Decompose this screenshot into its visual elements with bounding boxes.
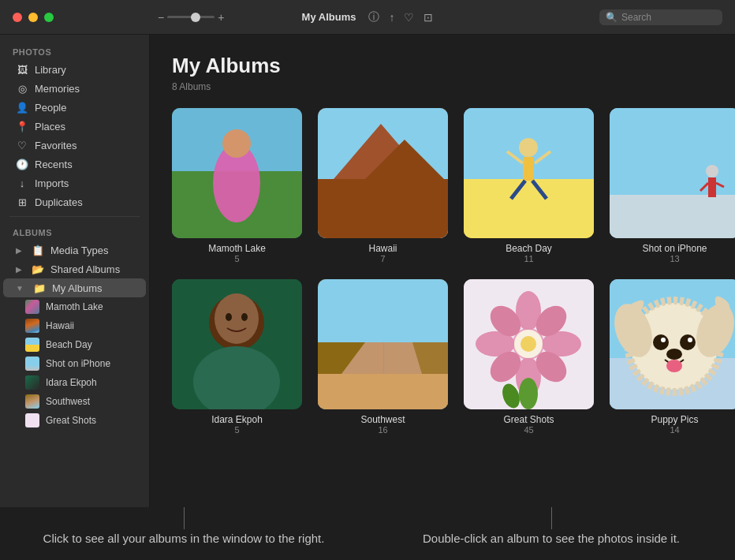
- annotation-line-left: [184, 507, 185, 529]
- search-icon: 🔍: [606, 12, 617, 23]
- share-icon[interactable]: ↑: [389, 11, 394, 24]
- sidebar-item-favorites[interactable]: ♡ Favorites: [3, 136, 146, 155]
- svg-rect-18: [610, 195, 735, 238]
- sidebar-item-duplicates[interactable]: ⊞ Duplicates: [3, 192, 146, 211]
- great-shots-sub-thumb: [25, 413, 39, 427]
- album-southwest[interactable]: Southwest 16: [318, 279, 448, 435]
- tooltip-indicator-southwest: [383, 342, 384, 374]
- svg-point-59: [666, 360, 682, 372]
- library-icon: 🖼: [16, 63, 28, 76]
- sidebar-item-label-recents: Recents: [35, 159, 73, 170]
- sidebar-item-library[interactable]: 🖼 Library: [3, 60, 146, 79]
- album-mamoth-lake[interactable]: Mamoth Lake 5: [172, 108, 302, 263]
- beach-day-thumb: [25, 338, 39, 352]
- album-thumb-hawaii: [318, 108, 448, 238]
- svg-point-28: [241, 313, 248, 321]
- album-name-puppy: Puppy Pics: [651, 414, 698, 425]
- album-name-hawaii: Hawaii: [368, 243, 397, 254]
- sidebar-item-recents[interactable]: 🕐 Recents: [3, 155, 146, 174]
- sidebar-sub-label-hawaii: Hawaii: [46, 320, 74, 331]
- traffic-lights: [13, 13, 54, 22]
- people-icon: 👤: [16, 101, 28, 114]
- photos-section-label: Photos: [0, 41, 149, 60]
- zoom-thumb[interactable]: [191, 13, 200, 22]
- svg-point-11: [519, 138, 538, 157]
- sidebar-sub-mamoth-lake[interactable]: Mamoth Lake: [3, 297, 146, 316]
- album-hawaii[interactable]: Hawaii 7: [318, 108, 448, 263]
- sidebar-sub-great-shots[interactable]: Great Shots: [3, 411, 146, 430]
- sidebar-item-imports[interactable]: ↓ Imports: [3, 174, 146, 192]
- sidebar-item-label-imports: Imports: [35, 177, 69, 189]
- imports-icon: ↓: [16, 177, 28, 189]
- maximize-button[interactable]: [44, 13, 54, 22]
- albums-grid: Mamoth Lake 5 Hawaii 7: [172, 108, 713, 435]
- sidebar-group-media-types[interactable]: ▶ 📋 Media Types: [3, 241, 146, 259]
- sidebar-sub-hawaii[interactable]: Hawaii: [3, 316, 146, 335]
- zoom-minus-button[interactable]: −: [158, 11, 164, 24]
- sidebar-item-places[interactable]: 📍 Places: [3, 117, 146, 136]
- sidebar-sub-label-shot: Shot on iPhone: [46, 358, 110, 369]
- album-name-great: Great Shots: [503, 414, 554, 425]
- svg-point-27: [226, 313, 232, 321]
- svg-rect-33: [318, 374, 448, 409]
- album-shot-on-iphone[interactable]: Shot on iPhone 13: [610, 108, 735, 263]
- close-button[interactable]: [13, 13, 22, 22]
- southwest-sub-thumb: [25, 394, 39, 409]
- sidebar: Photos 🖼 Library ◎ Memories 👤 People 📍 P…: [0, 35, 150, 507]
- album-count-beach: 11: [524, 254, 533, 263]
- idara-ekpoh-sub-thumb: [25, 375, 39, 390]
- sidebar-item-label-memories: Memories: [35, 83, 80, 95]
- albums-count: 8 Albums: [172, 81, 713, 92]
- minimize-button[interactable]: [28, 13, 38, 22]
- album-beach-day[interactable]: Beach Day 11: [464, 108, 594, 263]
- sidebar-sub-label-southwest: Southwest: [46, 396, 90, 407]
- window-title: My Albums: [302, 11, 356, 23]
- album-idara-ekpoh[interactable]: Idara Ekpoh 5: [172, 279, 302, 435]
- svg-point-55: [680, 334, 696, 350]
- svg-rect-20: [708, 177, 716, 197]
- album-count-southwest: 16: [378, 425, 387, 435]
- hawaii-thumb: [25, 319, 39, 333]
- zoom-slider[interactable]: [167, 16, 215, 18]
- album-thumb-great-shots: [464, 279, 594, 409]
- album-count-idara: 5: [234, 425, 239, 435]
- sidebar-sub-label-beach: Beach Day: [46, 339, 92, 350]
- sidebar-sub-idara-ekpoh[interactable]: Idara Ekpoh: [3, 373, 146, 392]
- album-name-idara: Idara Ekpoh: [211, 414, 263, 425]
- svg-rect-6: [318, 179, 448, 238]
- annotation-text-left: Click to see all your albums in the wind…: [43, 529, 325, 547]
- album-puppy-pics[interactable]: Puppy Pics 14: [610, 279, 735, 435]
- info-icon[interactable]: ⓘ: [368, 10, 379, 24]
- sidebar-item-memories[interactable]: ◎ Memories: [3, 79, 146, 98]
- svg-rect-10: [464, 179, 594, 238]
- svg-point-58: [666, 349, 682, 360]
- search-bar[interactable]: 🔍: [599, 9, 722, 25]
- sidebar-item-label-places: Places: [35, 121, 65, 133]
- annotation-section: Click to see all your albums in the wind…: [0, 507, 735, 560]
- zoom-control: − +: [158, 11, 224, 24]
- sidebar-item-label-duplicates: Duplicates: [35, 196, 83, 208]
- sidebar-sub-southwest[interactable]: Southwest: [3, 392, 146, 411]
- sidebar-group-my-albums[interactable]: ▼ 📁 My Albums: [3, 278, 146, 297]
- svg-rect-12: [523, 157, 534, 181]
- main-layout: Photos 🖼 Library ◎ Memories 👤 People 📍 P…: [0, 35, 735, 507]
- zoom-plus-button[interactable]: +: [218, 11, 224, 24]
- sidebar-group-shared-albums[interactable]: ▶ 📂 Shared Albums: [3, 259, 146, 278]
- crop-icon[interactable]: ⊡: [423, 11, 433, 24]
- album-thumb-idara: [172, 279, 302, 409]
- sidebar-item-label-favorites: Favorites: [35, 140, 76, 151]
- titlebar: − + My Albums ⓘ ↑ ♡ ⊡ 🔍: [0, 0, 735, 35]
- album-great-shots[interactable]: Great Shots 45: [464, 279, 594, 435]
- sidebar-sub-beach-day[interactable]: Beach Day: [3, 335, 146, 354]
- favorites-icon: ♡: [16, 139, 28, 151]
- sidebar-sub-shot-on-iphone[interactable]: Shot on iPhone: [3, 354, 146, 373]
- heart-icon[interactable]: ♡: [404, 11, 414, 24]
- mamoth-lake-thumb: [25, 300, 39, 314]
- sidebar-group-label-media-types: Media Types: [50, 245, 108, 256]
- sidebar-item-people[interactable]: 👤 People: [3, 98, 146, 117]
- sidebar-group-label-shared: Shared Albums: [50, 263, 120, 275]
- page-title: My Albums: [172, 54, 713, 78]
- search-input[interactable]: [621, 12, 716, 23]
- sidebar-group-label-my-albums: My Albums: [52, 282, 103, 294]
- svg-point-19: [706, 165, 718, 177]
